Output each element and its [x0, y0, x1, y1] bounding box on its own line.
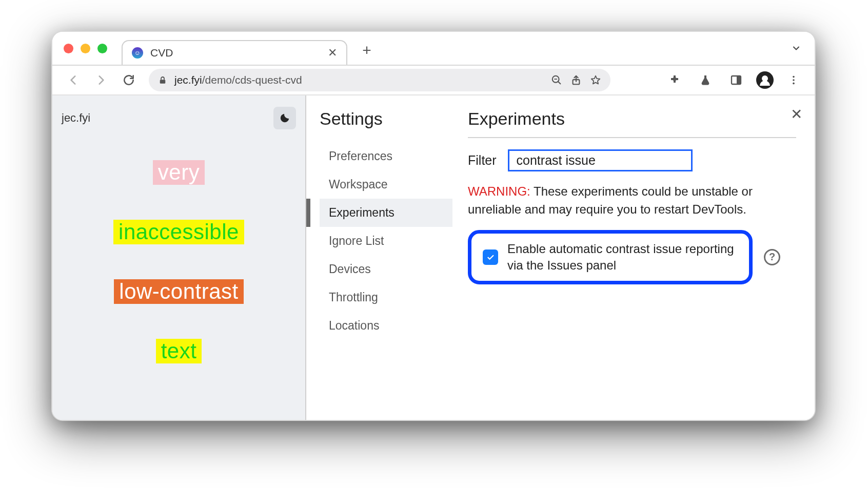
page-viewport: jec.fyi very inaccessible low-contrast t…	[52, 95, 306, 420]
experiment-highlight-box: Enable automatic contrast issue reportin…	[468, 230, 753, 285]
url-text: jec.fyi/demo/cds-quest-cvd	[174, 74, 302, 86]
labs-flask-icon[interactable]	[695, 69, 716, 91]
svg-rect-4	[737, 76, 741, 84]
site-brand: jec.fyi	[62, 111, 90, 125]
nav-experiments[interactable]: Experiments	[320, 199, 452, 227]
nav-locations[interactable]: Locations	[320, 312, 452, 340]
window-close-button[interactable]	[64, 44, 73, 53]
content-area: jec.fyi very inaccessible low-contrast t…	[52, 95, 815, 420]
nav-ignore-list[interactable]: Ignore List	[320, 227, 452, 255]
share-icon[interactable]	[570, 74, 582, 86]
url-path: /demo/cds-quest-cvd	[202, 74, 302, 86]
panel-title: Experiments	[468, 109, 796, 129]
filter-label: Filter	[468, 153, 497, 168]
window-maximize-button[interactable]	[97, 44, 107, 53]
window-minimize-button[interactable]	[81, 44, 90, 53]
side-panel-icon[interactable]	[725, 69, 747, 91]
help-icon[interactable]: ?	[764, 249, 780, 265]
tab-favicon-icon: ☺	[132, 47, 143, 59]
experiment-row: Enable automatic contrast issue reportin…	[468, 230, 796, 285]
bookmark-star-icon[interactable]	[590, 74, 601, 86]
browser-tab[interactable]: ☺ CVD ✕	[122, 40, 347, 65]
back-button[interactable]	[63, 69, 84, 91]
settings-nav: Preferences Workspace Experiments Ignore…	[320, 142, 452, 340]
settings-sidebar: Settings Preferences Workspace Experimen…	[306, 95, 452, 420]
svg-point-6	[793, 79, 795, 81]
demo-text-list: very inaccessible low-contrast text	[62, 160, 296, 363]
zoom-icon[interactable]	[551, 74, 562, 86]
demo-word: very	[153, 160, 205, 185]
tab-strip: ☺ CVD ✕ +	[52, 32, 815, 65]
tab-close-button[interactable]: ✕	[328, 46, 337, 60]
demo-word: inaccessible	[113, 220, 244, 244]
browser-window: ☺ CVD ✕ +	[51, 31, 816, 421]
demo-word: low-contrast	[114, 279, 243, 304]
demo-word: text	[156, 339, 202, 363]
warning-text: WARNING: These experiments could be unst…	[468, 183, 771, 219]
divider	[468, 137, 796, 138]
window-controls	[64, 44, 107, 53]
nav-workspace[interactable]: Workspace	[320, 170, 452, 199]
devtools-settings: ✕ Settings Preferences Workspace Experim…	[306, 95, 815, 420]
settings-title: Settings	[320, 109, 452, 129]
svg-point-5	[793, 76, 795, 78]
lock-icon	[158, 75, 167, 85]
url-host: jec.fyi	[174, 74, 202, 86]
filter-row: Filter	[468, 149, 796, 171]
new-tab-button[interactable]: +	[356, 39, 378, 62]
nav-throttling[interactable]: Throttling	[320, 283, 452, 312]
nav-preferences[interactable]: Preferences	[320, 142, 452, 170]
browser-menu-icon[interactable]	[783, 69, 804, 91]
experiment-label: Enable automatic contrast issue reportin…	[507, 241, 738, 274]
experiment-checkbox[interactable]	[483, 249, 498, 265]
address-bar[interactable]: jec.fyi/demo/cds-quest-cvd	[149, 69, 610, 91]
extensions-icon[interactable]	[664, 69, 685, 91]
svg-rect-0	[160, 80, 166, 84]
filter-input[interactable]	[508, 149, 693, 171]
tab-overflow-button[interactable]	[785, 37, 807, 60]
profile-avatar-icon[interactable]	[756, 71, 774, 89]
tab-title: CVD	[150, 47, 321, 59]
forward-button[interactable]	[90, 69, 112, 91]
dark-mode-toggle[interactable]	[273, 107, 296, 129]
settings-main: Experiments Filter WARNING: These experi…	[452, 95, 815, 420]
reload-button[interactable]	[118, 69, 140, 91]
browser-toolbar: jec.fyi/demo/cds-quest-cvd	[52, 65, 815, 95]
warning-label: WARNING:	[468, 184, 530, 198]
nav-devices[interactable]: Devices	[320, 255, 452, 283]
svg-point-7	[793, 83, 795, 85]
